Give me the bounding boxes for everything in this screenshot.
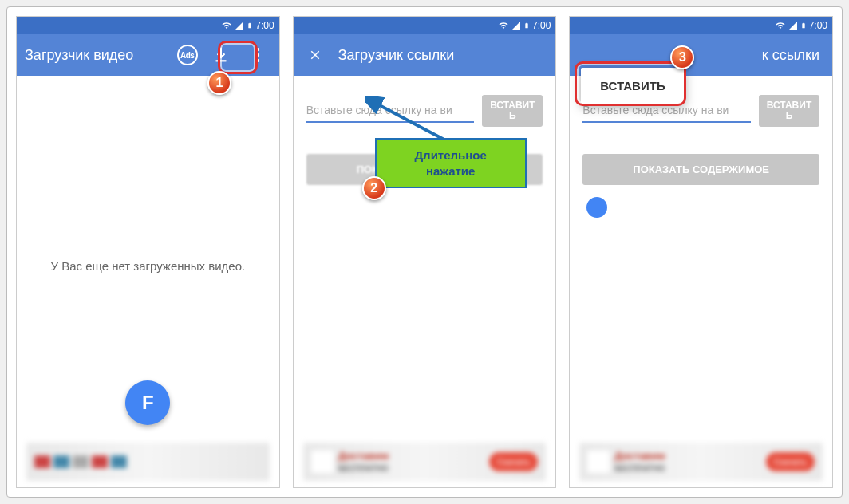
close-icon <box>308 48 322 62</box>
status-time: 7:00 <box>809 20 827 31</box>
signal-icon <box>788 21 798 30</box>
signal-icon <box>235 21 244 30</box>
app-bar: Загрузчик видео Ads <box>17 34 279 76</box>
signal-icon <box>511 21 521 30</box>
ad-banner[interactable]: ДоставимБЕСПЛАТНО Скачать <box>579 443 823 481</box>
fab-button[interactable]: F <box>125 380 170 425</box>
phone-screen-3: 7:00 к ссылки Вставьте сюда ссылку на ви… <box>569 16 833 488</box>
phone-screen-1: 7:00 Загрузчик видео Ads У Вас еще нет з… <box>16 16 280 488</box>
battery-icon <box>800 20 807 31</box>
show-content-button[interactable]: ПОКАЗАТЬ СОДЕРЖИМОЕ <box>582 154 819 185</box>
paste-button[interactable]: ВСТАВИТ Ь <box>759 95 819 127</box>
battery-icon <box>523 20 530 31</box>
status-bar: 7:00 <box>294 17 556 34</box>
wifi-icon <box>498 21 509 30</box>
content-area: Вставьте сюда ссылку на ви ВСТАВИТ Ь ПОК… <box>570 76 832 487</box>
overflow-menu-button[interactable] <box>244 41 271 69</box>
ad-banner[interactable] <box>26 443 270 481</box>
overflow-icon <box>256 48 259 62</box>
content-area: Вставьте сюда ссылку на ви ВСТАВИТ Ь ПОК… <box>294 76 556 487</box>
wifi-icon <box>775 21 786 30</box>
empty-state-text: У Вас еще нет загруженных видео. <box>17 259 279 273</box>
ads-icon[interactable]: Ads <box>177 45 198 65</box>
text-cursor-handle[interactable] <box>586 197 607 218</box>
status-bar: 7:00 <box>570 17 832 34</box>
status-time: 7:00 <box>255 20 274 31</box>
ad-banner[interactable]: ДоставимБЕСПЛАТНО Скачать <box>303 443 547 481</box>
status-time: 7:00 <box>532 20 551 31</box>
paste-button[interactable]: ВСТАВИТ Ь <box>482 95 543 127</box>
battery-icon <box>247 20 253 31</box>
content-area: У Вас еще нет загруженных видео. F <box>17 76 279 487</box>
app-title-fragment: к ссылки <box>614 47 824 64</box>
fab-letter: F <box>142 392 154 414</box>
wifi-icon <box>221 21 232 30</box>
app-title: Загрузчик ссылки <box>338 47 548 64</box>
close-button[interactable] <box>302 41 329 69</box>
status-bar: 7:00 <box>17 17 279 34</box>
url-input[interactable]: Вставьте сюда ссылку на ви <box>306 99 475 123</box>
show-content-button[interactable]: ПОКАЗАТЬ СОДЕРЖИМОЕ <box>306 154 543 185</box>
app-bar: Загрузчик ссылки <box>294 34 556 76</box>
phone-screen-2: 7:00 Загрузчик ссылки Вставьте сюда ссыл… <box>293 16 557 488</box>
app-title: Загрузчик видео <box>25 47 168 64</box>
context-menu-paste[interactable]: ВСТАВИТЬ <box>581 68 684 104</box>
download-button[interactable] <box>207 41 235 69</box>
